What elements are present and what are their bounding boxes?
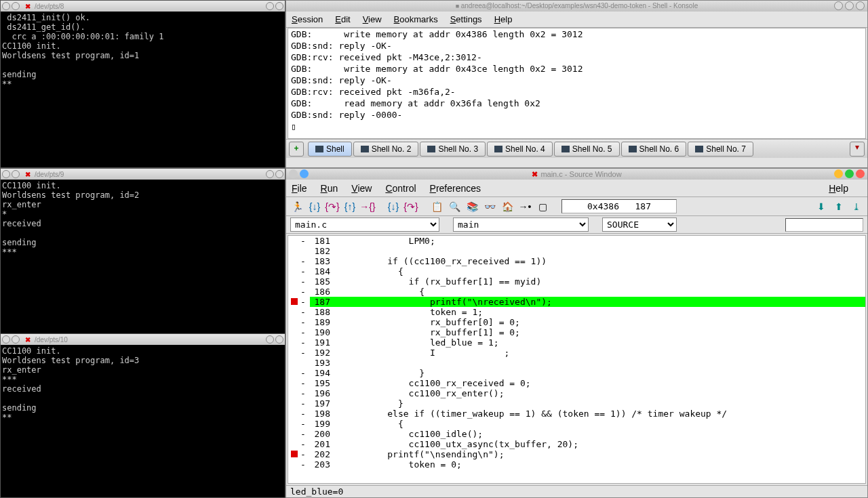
code-line[interactable]: -191 led_blue = 1; — [288, 337, 865, 348]
run-icon[interactable]: 🏃 — [290, 200, 304, 213]
function-select[interactable]: main — [453, 217, 589, 232]
menu-view[interactable]: View — [363, 14, 382, 24]
terminal-output[interactable]: ds2411_init() ok. ds2411_get_id(). crc a… — [1, 12, 285, 167]
terminal-icon — [561, 146, 570, 152]
up-icon[interactable]: ⬆ — [832, 200, 846, 213]
minimize-button[interactable] — [266, 335, 274, 344]
menu-preferences[interactable]: Preferences — [430, 183, 481, 194]
code-line[interactable]: -183 if ((cc1100_rx_received == 1)) — [288, 256, 865, 266]
close-icon: ✖ — [25, 171, 31, 178]
breakpoints-icon[interactable]: →• — [518, 200, 532, 213]
menu-edit[interactable]: Edit — [335, 14, 350, 24]
source-code-view[interactable]: -181 LPM0; 182-183 if ((cc1100_rx_receiv… — [288, 235, 866, 484]
minimize-button[interactable] — [266, 170, 274, 178]
close-tab-button[interactable]: ▾ — [850, 142, 865, 157]
menu-session[interactable]: Session — [292, 14, 323, 24]
menu-control[interactable]: Control — [385, 183, 416, 194]
window-button[interactable] — [12, 335, 20, 344]
code-line[interactable]: 182 — [288, 246, 865, 256]
terminal-title: /dev/pts/8 — [35, 3, 64, 10]
code-line[interactable]: -202 printf("\nsending\n"); — [288, 449, 865, 459]
menu-file[interactable]: File — [292, 183, 307, 194]
menu-help[interactable]: Help — [494, 14, 513, 24]
nexti-icon[interactable]: {↷} — [404, 200, 418, 213]
window-button[interactable] — [12, 2, 20, 10]
code-line[interactable]: -190 rx_buffer[1] = 0; — [288, 327, 865, 337]
breakpoint-icon[interactable] — [291, 298, 298, 305]
code-line[interactable]: -181 LPM0; — [288, 236, 865, 246]
minimize-button[interactable] — [266, 2, 274, 10]
terminal-titlebar[interactable]: ✖ /dev/pts/10 — [1, 334, 285, 345]
continue-icon[interactable]: →{} — [361, 200, 374, 213]
code-line[interactable]: -186 { — [288, 287, 865, 297]
registers-icon[interactable]: 📋 — [430, 200, 443, 213]
terminal-output[interactable]: CC1100 init. Worldsens test program, id=… — [1, 345, 285, 497]
step-icon[interactable]: {↓} — [308, 200, 321, 213]
memory-icon[interactable]: 🔍 — [448, 200, 461, 213]
search-input[interactable] — [785, 218, 863, 232]
code-line[interactable]: -192 I ; — [288, 348, 865, 358]
stepi-icon[interactable]: {↓} — [387, 200, 400, 213]
code-line[interactable]: -198 else if ((timer_wakeup == 1) && (to… — [288, 409, 865, 419]
code-line[interactable]: -199 { — [288, 419, 865, 429]
file-select[interactable]: main.c — [290, 217, 439, 232]
code-line[interactable]: -200 cc1100_idle(); — [288, 429, 865, 439]
terminal-output[interactable]: CC1100 init. Worldsens test program, id=… — [1, 180, 285, 334]
maximize-button[interactable] — [275, 2, 283, 10]
terminal-titlebar[interactable]: ✖ /dev/pts/8 — [1, 1, 285, 12]
menu-bookmarks[interactable]: Bookmarks — [394, 14, 438, 24]
code-line[interactable]: -184 { — [288, 266, 865, 276]
menu-settings[interactable]: Settings — [450, 14, 482, 24]
breakpoint-icon[interactable] — [291, 451, 298, 457]
close-button[interactable] — [856, 1, 865, 10]
menu-help[interactable]: Help — [829, 183, 848, 194]
code-line[interactable]: -188 token = 1; — [288, 307, 865, 317]
shell-tab-3[interactable]: Shell No. 3 — [420, 142, 486, 157]
next-icon[interactable]: {↷} — [326, 200, 339, 213]
console-icon[interactable]: ▢ — [536, 200, 549, 213]
code-line[interactable]: -195 cc1100_rx_received = 0; — [288, 378, 865, 388]
code-line[interactable]: -185 if (rx_buffer[1] == myid) — [288, 276, 865, 287]
shell-tab-1[interactable]: Shell — [308, 142, 352, 157]
maximize-button[interactable] — [845, 169, 854, 178]
code-line[interactable]: -187 printf("\nreceived\n"); — [288, 297, 865, 307]
code-line[interactable]: -189 rx_buffer[0] = 0; — [288, 317, 865, 327]
shell-tab-5[interactable]: Shell No. 5 — [554, 142, 620, 157]
code-line[interactable]: -203 token = 0; — [288, 459, 865, 470]
code-line[interactable]: 193 — [288, 358, 865, 368]
code-line[interactable]: -194 } — [288, 368, 865, 378]
shell-tab-2[interactable]: Shell No. 2 — [353, 142, 419, 157]
code-line[interactable]: -196 cc1100_rx_enter(); — [288, 388, 865, 398]
stack-icon[interactable]: 📚 — [465, 200, 479, 213]
maximize-button[interactable] — [275, 335, 283, 344]
shell-tab-6[interactable]: Shell No. 6 — [621, 142, 687, 157]
window-button[interactable] — [2, 335, 10, 344]
locals-icon[interactable]: 🏠 — [500, 200, 514, 213]
maximize-button[interactable] — [845, 1, 854, 10]
maximize-button[interactable] — [275, 170, 283, 178]
window-button[interactable] — [12, 170, 20, 178]
shell-tab-7[interactable]: Shell No. 7 — [688, 142, 753, 157]
watch-icon[interactable]: 👓 — [483, 200, 496, 213]
window-button[interactable] — [2, 170, 10, 178]
code-line[interactable]: -201 cc1100_utx_async(tx_buffer, 20); — [288, 439, 865, 449]
window-button[interactable] — [289, 169, 298, 178]
menu-run[interactable]: Run — [321, 183, 338, 194]
close-button[interactable] — [856, 169, 865, 178]
konsole-titlebar[interactable]: ■ andreea@localhost:~/Desktop/examples/w… — [286, 1, 867, 12]
terminal-titlebar[interactable]: ✖ /dev/pts/9 — [1, 169, 285, 180]
new-tab-button[interactable]: + — [289, 142, 304, 157]
bottom-icon[interactable]: ⤓ — [850, 200, 863, 213]
mode-select[interactable]: SOURCE — [602, 217, 677, 232]
source-titlebar[interactable]: ✖main.c - Source Window — [286, 169, 867, 180]
window-button[interactable] — [300, 169, 309, 178]
code-line[interactable]: -197 } — [288, 398, 865, 409]
down-icon[interactable]: ⬇ — [814, 200, 828, 213]
menu-view[interactable]: View — [351, 183, 372, 194]
konsole-output[interactable]: GDB: write memory at addr 0x4386 length … — [288, 28, 866, 139]
shell-tab-4[interactable]: Shell No. 4 — [487, 142, 553, 157]
minimize-button[interactable] — [834, 169, 843, 178]
window-button[interactable] — [2, 2, 10, 10]
finish-icon[interactable]: {↑} — [343, 200, 357, 213]
minimize-button[interactable] — [834, 1, 843, 10]
